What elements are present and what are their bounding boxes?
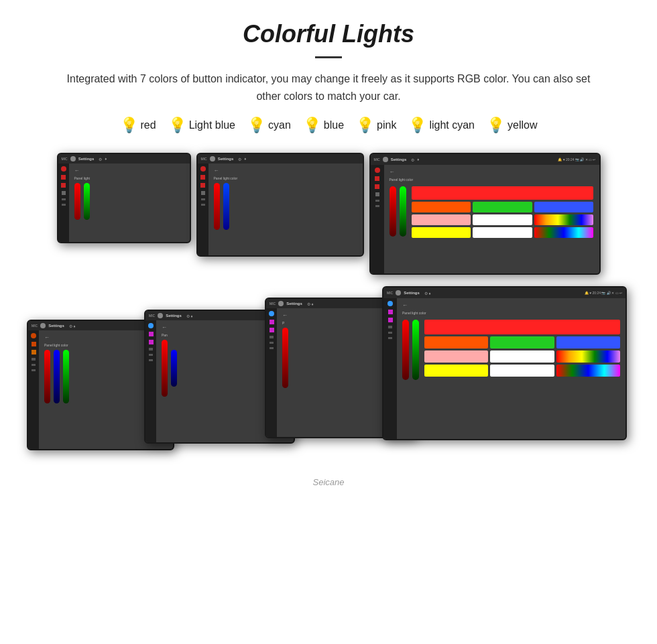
color-label-lightblue: Light blue: [189, 119, 235, 131]
bulb-cyan: 💡: [247, 118, 265, 133]
description-text: Integrated with 7 colors of button indic…: [60, 70, 597, 105]
sidebar-1: [58, 164, 69, 242]
screen-mockup-b4: MIC Settings ⚙ ♦ 🔔 ♥ 20:24 📷 🔊 ✕ ▭ ↩: [382, 286, 627, 440]
bulb-lightblue: 💡: [168, 118, 186, 133]
color-item-pink: 💡 pink: [356, 118, 396, 133]
top-row-screens: MIC Settings ⚙ ♦: [27, 153, 630, 275]
topbar-time-b4: 🔔 ♥ 20:24 📷 🔊 ✕ ▭ ↩: [585, 291, 622, 295]
watermark: Seicane: [27, 477, 630, 487]
topbar-2: MIC Settings ⚙ ♦: [198, 154, 363, 164]
sliders-1: [74, 183, 184, 220]
page-container: Colorful Lights Integrated with 7 colors…: [0, 0, 657, 501]
color-label-blue: blue: [324, 119, 344, 131]
bulb-red: 💡: [120, 118, 138, 133]
bulb-pink: 💡: [356, 118, 374, 133]
back-arrow-2[interactable]: ←: [214, 168, 219, 174]
main-title: Colorful Lights: [27, 20, 630, 48]
main-content-2: ← Panel light color: [208, 164, 363, 255]
main-content-3: ← Panel light color: [384, 165, 599, 273]
color-item-lightblue: 💡 Light blue: [168, 118, 235, 133]
color-indicators: 💡 red 💡 Light blue 💡 cyan 💡 blue 💡 pink …: [27, 118, 630, 133]
screen-mockup-2: MIC Settings ⚙ ♦: [196, 153, 364, 257]
color-label-lightcyan: light cyan: [429, 119, 475, 131]
screen-mockup-1: MIC Settings ⚙ ♦: [57, 153, 191, 243]
color-item-blue: 💡 blue: [303, 118, 344, 133]
back-arrow-1[interactable]: ←: [74, 168, 80, 174]
color-label-pink: pink: [377, 119, 396, 131]
panel-label-1: Panel light: [74, 176, 184, 180]
color-item-lightcyan: 💡 light cyan: [408, 118, 475, 133]
bulb-lightcyan: 💡: [408, 118, 426, 133]
bulb-yellow: 💡: [487, 118, 505, 133]
topbar-3: MIC Settings ⚙ ♦ 🔔 ♥ 20:24 📷 🔊 ✕ ▭ ↩: [371, 154, 599, 165]
color-label-red: red: [141, 119, 156, 131]
bottom-row-screens: MIC Settings ⚙ ♦ ←: [27, 283, 630, 474]
color-label-cyan: cyan: [268, 119, 291, 131]
panel-label-2: Panel light color: [214, 176, 357, 180]
sliders-2: [214, 183, 357, 230]
title-divider: [315, 56, 342, 58]
sidebar-3: [371, 165, 384, 273]
back-arrow-3[interactable]: ←: [390, 169, 395, 175]
screen-mockup-3: MIC Settings ⚙ ♦ 🔔 ♥ 20:24 📷 🔊 ✕ ▭ ↩: [369, 153, 601, 275]
topbar-time-3: 🔔 ♥ 20:24 📷 🔊 ✕ ▭ ↩: [558, 157, 595, 162]
color-item-yellow: 💡 yellow: [487, 118, 537, 133]
topbar-1: MIC Settings ⚙ ♦: [58, 154, 190, 164]
header-section: Colorful Lights Integrated with 7 colors…: [27, 20, 630, 105]
panel-label-3: Panel light color: [390, 178, 594, 182]
bulb-blue: 💡: [303, 118, 321, 133]
color-item-cyan: 💡 cyan: [247, 118, 291, 133]
sidebar-2: [198, 164, 208, 255]
main-content-1: ← Panel light: [69, 164, 190, 242]
color-item-red: 💡 red: [120, 118, 156, 133]
color-label-yellow: yellow: [507, 119, 537, 131]
